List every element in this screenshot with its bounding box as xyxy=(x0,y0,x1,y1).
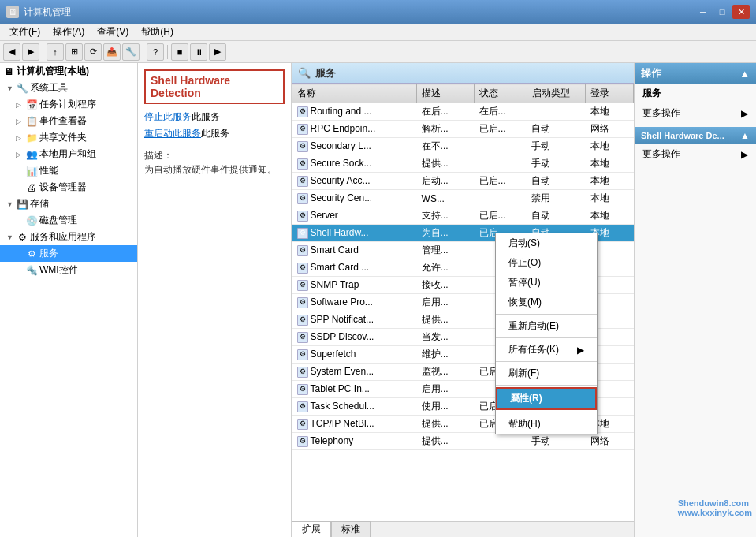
ctx-sep-5 xyxy=(496,412,597,412)
up-button[interactable]: ↑ xyxy=(47,43,64,61)
ctx-all-tasks[interactable]: 所有任务(K) ▶ xyxy=(496,340,597,360)
left-panel: 🖥 计算机管理(本地) ▼ 🔧 系统工具 ▷ 📅 任务计划程序 ▷ 📋 事件查看… xyxy=(0,63,138,537)
tree-root[interactable]: 🖥 计算机管理(本地) xyxy=(0,63,137,80)
tree-local-users[interactable]: ▷ 👥 本地用户和组 xyxy=(0,146,137,162)
refresh-button[interactable]: ⟳ xyxy=(84,43,102,61)
tree-storage[interactable]: ▼ 💾 存储 xyxy=(0,196,137,212)
perf-icon: 📊 xyxy=(26,166,37,177)
col-desc[interactable]: 描述 xyxy=(417,84,475,103)
restart-service-link[interactable]: 重启动此服务此服务 xyxy=(144,127,285,140)
toolbar-separator-2 xyxy=(143,45,143,59)
ctx-restart[interactable]: 重新启动(E) xyxy=(496,316,597,336)
ops-more-2[interactable]: 更多操作 ▶ xyxy=(635,144,756,164)
menu-action[interactable]: 操作(A) xyxy=(47,24,91,40)
toolbar: ◀ ▶ ↑ ⊞ ⟳ 📤 🔧 ? ■ ⏸ ▶ xyxy=(0,41,756,63)
play-button[interactable]: ▶ xyxy=(209,43,226,61)
ops-title-arrow: ▲ xyxy=(739,68,750,80)
task-icon: 📅 xyxy=(26,99,37,110)
minimize-button[interactable]: ─ xyxy=(695,5,712,19)
stop-service-link[interactable]: 停止此服务此服务 xyxy=(144,110,285,124)
ctx-pause[interactable]: 暂停(U) xyxy=(496,273,597,293)
ctx-refresh[interactable]: 刷新(F) xyxy=(496,364,597,383)
forward-button[interactable]: ▶ xyxy=(22,43,39,61)
stop-button[interactable]: ■ xyxy=(171,43,188,61)
tree-task-scheduler[interactable]: ▷ 📅 任务计划程序 xyxy=(0,96,137,113)
app-icon: 🖥 xyxy=(6,6,19,18)
users-icon: 👥 xyxy=(26,149,37,160)
services-folder-icon: ⚙ xyxy=(17,232,28,243)
col-name[interactable]: 名称 xyxy=(292,84,417,103)
tree-services-apps[interactable]: ▼ ⚙ 服务和应用程序 xyxy=(0,229,137,245)
table-row[interactable]: ⚙Secure Sock...提供...手动本地 xyxy=(292,155,634,173)
menu-help[interactable]: 帮助(H) xyxy=(135,24,180,40)
chevron-right-icon: ▶ xyxy=(741,108,748,119)
ctx-stop[interactable]: 停止(O) xyxy=(496,253,597,273)
table-row[interactable]: ⚙Telephony提供...手动网络 xyxy=(292,433,634,450)
tree-event-viewer[interactable]: ▷ 📋 事件查看器 xyxy=(0,113,137,129)
table-row[interactable]: ⚙Routing and ...在后...在后...本地 xyxy=(292,103,634,121)
menu-view[interactable]: 查看(V) xyxy=(91,24,135,40)
properties-button[interactable]: 🔧 xyxy=(122,43,140,61)
tab-standard[interactable]: 标准 xyxy=(331,521,371,537)
col-status[interactable]: 状态 xyxy=(475,84,527,103)
table-row[interactable]: ⚙Secondary L...在不...手动本地 xyxy=(292,138,634,155)
ctx-sep-2 xyxy=(496,337,597,338)
title-bar-left: 🖥 计算机管理 xyxy=(6,6,71,19)
tree-device-manager[interactable]: 🖨 设备管理器 xyxy=(0,179,137,196)
ctx-sep-1 xyxy=(496,314,597,315)
ops-main-title: 操作 ▲ xyxy=(635,63,756,84)
ops-service-title: 服务 xyxy=(635,84,756,103)
menu-bar: 文件(F) 操作(A) 查看(V) 帮助(H) xyxy=(0,24,756,41)
table-row[interactable]: ⚙Security Acc...启动...已启...自动本地 xyxy=(292,173,634,190)
col-logon[interactable]: 登录 xyxy=(586,84,634,103)
maximize-button[interactable]: □ xyxy=(713,5,731,19)
tree-disk-mgmt[interactable]: 💿 磁盘管理 xyxy=(0,212,137,229)
close-button[interactable]: ✕ xyxy=(732,5,750,19)
context-menu: 启动(S) 停止(O) 暂停(U) 恢复(M) 重新启动(E) 所有任务(K) … xyxy=(495,233,598,434)
submenu-arrow: ▶ xyxy=(577,345,584,356)
toolbar-separator-3 xyxy=(167,45,168,59)
table-row[interactable]: ⚙Security Cen...WS...禁用本地 xyxy=(292,190,634,207)
ctx-properties[interactable]: 屬性(R) xyxy=(496,387,597,410)
expand-icon: ▼ xyxy=(6,233,14,241)
expand-icon: ▷ xyxy=(16,101,24,109)
event-icon: 📋 xyxy=(26,116,37,127)
table-row[interactable]: ⚙RPC Endpoin...解析...已启...自动网络 xyxy=(292,121,634,138)
app-title: 计算机管理 xyxy=(24,6,71,19)
pause-button[interactable]: ⏸ xyxy=(190,43,207,61)
ops-more-1[interactable]: 更多操作 ▶ xyxy=(635,103,756,123)
col-starttype[interactable]: 启动类型 xyxy=(527,84,585,103)
menu-file[interactable]: 文件(F) xyxy=(3,24,47,40)
tab-extended[interactable]: 扩展 xyxy=(292,521,331,537)
export-button[interactable]: 📤 xyxy=(103,43,121,61)
ctx-resume[interactable]: 恢复(M) xyxy=(496,293,597,312)
show-hide-button[interactable]: ⊞ xyxy=(65,43,83,61)
title-controls: ─ □ ✕ xyxy=(695,5,750,19)
expand-icon: ▼ xyxy=(6,200,14,208)
ops-selected-arrow: ▲ xyxy=(740,130,750,141)
expand-icon: ▷ xyxy=(16,151,24,158)
tree-performance[interactable]: 📊 性能 xyxy=(0,162,137,179)
back-button[interactable]: ◀ xyxy=(3,43,20,61)
tree-services[interactable]: ⚙ 服务 xyxy=(0,245,137,262)
service-panel-header: 🔍 服务 xyxy=(292,63,634,84)
tree-shared-folders[interactable]: ▷ 📁 共享文件夹 xyxy=(0,129,137,146)
folder-icon: 🔧 xyxy=(17,83,28,94)
help-button[interactable]: ? xyxy=(147,43,164,61)
toolbar-separator-1 xyxy=(43,45,43,59)
ops-panel: 操作 ▲ 服务 更多操作 ▶ Shell Hardware De... ▲ 更多… xyxy=(634,63,756,537)
ops-divider-1 xyxy=(635,125,756,125)
tree-system-tools[interactable]: ▼ 🔧 系统工具 xyxy=(0,80,137,96)
device-icon: 🖨 xyxy=(26,182,37,193)
computer-icon: 🖥 xyxy=(3,66,14,77)
tree-wmi[interactable]: 🔩 WMI控件 xyxy=(0,262,137,278)
ctx-sep-4 xyxy=(496,385,597,386)
ops-selected-service-title: Shell Hardware De... ▲ xyxy=(635,127,756,144)
table-row[interactable]: ⚙Server支持...已启...自动本地 xyxy=(292,207,634,225)
ctx-help[interactable]: 帮助(H) xyxy=(496,414,597,434)
expand-icon: ▷ xyxy=(16,134,24,142)
middle-panel: Shell Hardware Detection 停止此服务此服务 重启动此服务… xyxy=(138,63,292,537)
watermark: Shenduwin8.com www.kxxinyk.com xyxy=(678,498,752,517)
ctx-start[interactable]: 启动(S) xyxy=(496,233,597,253)
ctx-sep-3 xyxy=(496,361,597,362)
